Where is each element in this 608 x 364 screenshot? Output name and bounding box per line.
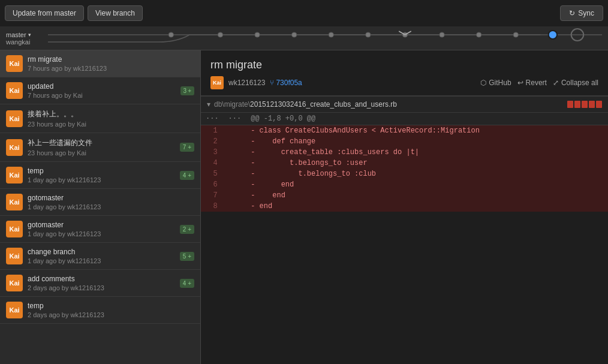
- avatar-9: Kai: [6, 302, 23, 318]
- svg-point-10: [513, 32, 518, 37]
- commit-badge-3: 7 +: [180, 143, 194, 152]
- commit-title-7: change branch: [28, 248, 175, 256]
- table-row: 1 - class CreateClubsAndUsers < ActiveRe…: [201, 125, 608, 137]
- avatar-8: Kai: [6, 275, 23, 291]
- commit-title-9: temp: [28, 302, 194, 310]
- commit-title-1: updated: [28, 82, 176, 91]
- commit-meta-left: Kai wk1216123 ⑂ 730f05a: [210, 76, 302, 89]
- commit-item-1[interactable]: Kai updated 7 hours ago by Kai 3 +: [0, 77, 200, 104]
- commit-meta-7: 1 day ago by wk1216123: [28, 257, 175, 264]
- commit-info-6: gotomaster 1 day ago by wk1216123: [28, 221, 175, 237]
- commit-detail-avatar: Kai: [210, 76, 224, 89]
- table-row: 8 - end: [201, 201, 608, 212]
- branch-bar: master ▾ wangkai: [0, 26, 608, 50]
- commit-badge-4: 4 +: [180, 171, 194, 180]
- github-link[interactable]: ⬡ GitHub: [480, 79, 511, 87]
- top-bar: Update from master View branch ↻ Sync: [0, 0, 608, 26]
- line-new-7: [224, 190, 246, 201]
- sync-button[interactable]: ↻ Sync: [560, 5, 603, 21]
- line-new-4: [224, 158, 246, 169]
- avatar-5: Kai: [6, 194, 23, 210]
- main-layout: Kai rm migrate 7 hours ago by wk1216123 …: [0, 50, 608, 364]
- commit-title-6: gotomaster: [28, 221, 175, 229]
- commit-item-2[interactable]: Kai 接着补上。。。 23 hours ago by Kai: [0, 104, 200, 133]
- commit-item-0[interactable]: Kai rm migrate 7 hours ago by wk1216123: [0, 50, 200, 77]
- commit-meta-9: 2 days ago by wk1216123: [28, 311, 194, 318]
- commit-meta-0: 7 hours ago by wk1216123: [28, 65, 194, 72]
- diff-code-6: - end: [246, 179, 608, 190]
- commit-item-9[interactable]: Kai temp 2 days ago by wk1216123: [0, 297, 200, 324]
- line-num-4: 4: [201, 158, 224, 169]
- commit-info-3: 补上一些遗漏的文件 23 hours ago by Kai: [28, 138, 175, 157]
- diff-code-2: - def change: [246, 136, 608, 147]
- commit-info-1: updated 7 hours ago by Kai: [28, 82, 176, 99]
- commit-actions: ⬡ GitHub ↩ Revert ⤢ Collapse all: [480, 79, 598, 87]
- table-row: 5 - t.belongs_to :club: [201, 169, 608, 179]
- svg-point-4: [292, 32, 297, 37]
- diff-code-8: - end: [246, 201, 608, 212]
- commit-meta-6: 1 day ago by wk1216123: [28, 230, 175, 237]
- commit-detail-title: rm migrate: [210, 59, 598, 71]
- update-from-master-button[interactable]: Update from master: [5, 5, 84, 21]
- commit-info-0: rm migrate 7 hours ago by wk1216123: [28, 55, 194, 72]
- avatar-3: Kai: [6, 139, 23, 156]
- commit-title-8: add comments: [28, 275, 175, 283]
- commit-badge-7: 5 +: [180, 252, 194, 261]
- line-num-6: 6: [201, 179, 224, 190]
- file-changed-dots: [567, 101, 602, 108]
- commit-item-5[interactable]: Kai gotomaster 1 day ago by wk1216123: [0, 189, 200, 216]
- commit-header: rm migrate Kai wk1216123 ⑂ 730f05a ⬡ Git…: [201, 50, 608, 96]
- plus-icon-1: +: [188, 88, 191, 94]
- commit-item-7[interactable]: Kai change branch 1 day ago by wk1216123…: [0, 243, 200, 270]
- line-new-5: [224, 169, 246, 179]
- diff-ellipsis-2: ···: [224, 113, 246, 125]
- change-dot-4: [589, 101, 595, 108]
- commit-item-8[interactable]: Kai add comments 2 days ago by wk1216123…: [0, 270, 200, 297]
- line-num-3: 3: [201, 147, 224, 158]
- commit-item-4[interactable]: Kai temp 1 day ago by wk1216123 4 +: [0, 162, 200, 189]
- collapse-all-link[interactable]: ⤢ Collapse all: [553, 79, 598, 87]
- commit-badge-8: 4 +: [180, 279, 194, 288]
- file-path: db\migrate\20151213032416_create_clubs_a…: [214, 100, 397, 109]
- line-num-5: 5: [201, 169, 224, 179]
- commit-info-4: temp 1 day ago by wk1216123: [28, 167, 175, 183]
- commit-info-2: 接着补上。。。 23 hours ago by Kai: [28, 109, 194, 128]
- commit-title-3: 补上一些遗漏的文件: [28, 138, 175, 148]
- commit-meta-8: 2 days ago by wk1216123: [28, 284, 175, 291]
- svg-point-5: [329, 32, 333, 37]
- commit-title-4: temp: [28, 167, 175, 175]
- change-dot-3: [582, 101, 588, 108]
- commit-info-9: temp 2 days ago by wk1216123: [28, 302, 194, 318]
- commit-meta-5: 1 day ago by wk1216123: [28, 203, 194, 210]
- commit-info-5: gotomaster 1 day ago by wk1216123: [28, 194, 194, 210]
- commit-item-3[interactable]: Kai 补上一些遗漏的文件 23 hours ago by Kai 7 +: [0, 133, 200, 162]
- view-branch-button[interactable]: View branch: [88, 5, 143, 21]
- table-row: 6 - end: [201, 179, 608, 190]
- commit-item-6[interactable]: Kai gotomaster 1 day ago by wk1216123 2 …: [0, 216, 200, 243]
- svg-point-1: [168, 32, 173, 37]
- revert-link[interactable]: ↩ Revert: [517, 79, 547, 87]
- commit-detail-author: wk1216123: [228, 79, 265, 87]
- diff-context-line: @@ -1,8 +0,0 @@: [246, 113, 608, 125]
- line-new-1: [224, 125, 246, 137]
- diff-code-5: - t.belongs_to :club: [246, 169, 608, 179]
- commit-info-7: change branch 1 day ago by wk1216123: [28, 248, 175, 264]
- diff-code-1: - class CreateClubsAndUsers < ActiveReco…: [246, 125, 608, 137]
- collapse-file-icon[interactable]: ▾: [207, 100, 210, 109]
- master-branch-label[interactable]: master ▾: [6, 31, 48, 38]
- line-num-2: 2: [201, 136, 224, 147]
- collapse-icon: ⤢: [553, 79, 559, 87]
- change-dot-1: [567, 101, 573, 108]
- line-new-3: [224, 147, 246, 158]
- file-dir: db\migrate\: [214, 100, 250, 109]
- timeline-svg: [48, 26, 602, 50]
- table-row: 4 - t.belongs_to :user: [201, 158, 608, 169]
- svg-point-9: [477, 32, 481, 37]
- line-new-2: [224, 136, 246, 147]
- svg-point-2: [218, 32, 222, 37]
- svg-point-8: [440, 32, 444, 37]
- sync-icon: ↻: [569, 9, 575, 17]
- file-header: ▾ db\migrate\20151213032416_create_clubs…: [201, 96, 608, 113]
- line-num-8: 8: [201, 201, 224, 212]
- branch-icon: ⑂: [270, 79, 274, 87]
